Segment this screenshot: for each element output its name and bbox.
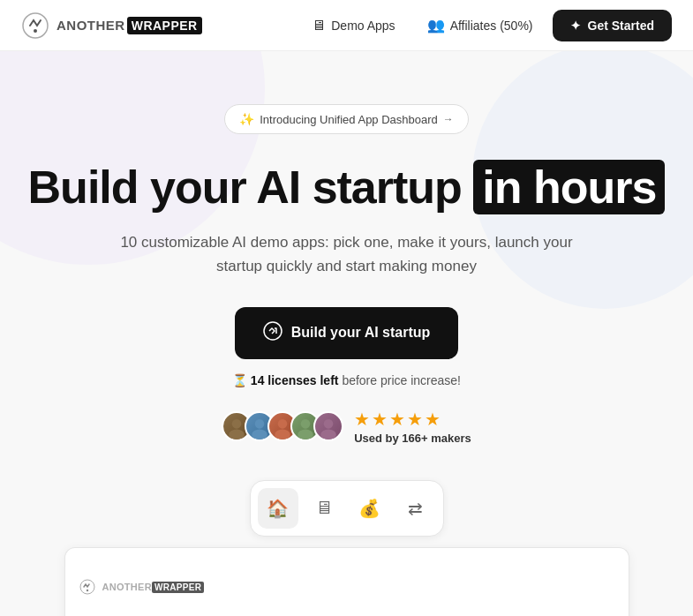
announcement-badge[interactable]: ✨ Introducing Unified App Dashboard → bbox=[224, 104, 469, 134]
preview-logo-icon bbox=[79, 579, 95, 595]
hero-content: ✨ Introducing Unified App Dashboard → Bu… bbox=[28, 104, 666, 445]
preview-logo-text: ANOTHERWRAPPER bbox=[102, 582, 205, 592]
tab-shuffle[interactable]: ⇄ bbox=[395, 488, 436, 529]
logo-icon bbox=[21, 11, 49, 40]
hero-section: ✨ Introducing Unified App Dashboard → Bu… bbox=[0, 51, 693, 471]
svg-point-10 bbox=[298, 430, 313, 440]
affiliates-label: Affiliates (50%) bbox=[450, 19, 533, 33]
hero-title-part1: Build your AI startup bbox=[28, 162, 462, 213]
svg-point-12 bbox=[320, 430, 336, 440]
star-3: ★ bbox=[389, 409, 405, 430]
licenses-count: 14 licenses left bbox=[251, 373, 339, 387]
get-started-icon: ✦ bbox=[570, 19, 581, 33]
nav-link-affiliates[interactable]: 👥 Affiliates (50%) bbox=[415, 10, 546, 41]
rating-area: ★ ★ ★ ★ ★ Used by 166+ makers bbox=[354, 409, 471, 445]
avatar-group bbox=[222, 411, 343, 441]
nav-links: 🖥 Demo Apps 👥 Affiliates (50%) ✦ Get Sta… bbox=[299, 10, 672, 41]
svg-point-2 bbox=[264, 322, 282, 340]
hero-title: Build your AI startup in hours bbox=[28, 162, 666, 213]
hourglass-icon: ⏳ bbox=[232, 373, 247, 387]
star-5: ★ bbox=[425, 409, 441, 430]
svg-point-9 bbox=[301, 419, 311, 429]
social-proof: ★ ★ ★ ★ ★ Used by 166+ makers bbox=[222, 409, 471, 445]
tab-home[interactable]: 🏠 bbox=[258, 488, 298, 529]
svg-point-11 bbox=[324, 419, 334, 429]
hero-subtitle: 10 customizable AI demo apps: pick one, … bbox=[109, 230, 585, 278]
svg-point-14 bbox=[86, 590, 87, 591]
navbar: ANOTHER WRAPPER 🖥 Demo Apps 👥 Affiliates… bbox=[0, 0, 693, 51]
sparkle-icon: ✨ bbox=[239, 112, 254, 126]
arrow-icon: → bbox=[443, 113, 454, 125]
get-started-label: Get Started bbox=[588, 19, 654, 33]
preview-section: 🏠 🖥 💰 ⇄ ANOTHERWRAPPER bbox=[0, 471, 693, 616]
svg-point-5 bbox=[255, 419, 265, 429]
cta-button-label: Build your AI startup bbox=[291, 325, 431, 341]
hero-title-highlight: in hours bbox=[473, 160, 665, 214]
svg-point-1 bbox=[34, 29, 37, 33]
used-by-text: Used by 166+ makers bbox=[354, 432, 471, 445]
svg-point-0 bbox=[23, 13, 48, 38]
licenses-info: ⏳ 14 licenses left before price increase… bbox=[232, 373, 461, 387]
logo-wrapper-text: WRAPPER bbox=[127, 17, 202, 34]
monitor-icon: 🖥 bbox=[312, 18, 326, 34]
svg-point-4 bbox=[229, 430, 245, 440]
get-started-button[interactable]: ✦ Get Started bbox=[553, 10, 672, 41]
nav-link-demo-apps[interactable]: 🖥 Demo Apps bbox=[299, 11, 407, 41]
logo-another-text: ANOTHER bbox=[56, 18, 125, 33]
star-1: ★ bbox=[354, 409, 370, 430]
preview-logo: ANOTHERWRAPPER bbox=[79, 579, 205, 595]
svg-point-8 bbox=[275, 430, 290, 440]
preview-frame: ANOTHERWRAPPER bbox=[64, 547, 629, 616]
star-4: ★ bbox=[407, 409, 423, 430]
svg-point-3 bbox=[232, 419, 242, 429]
avatar bbox=[313, 411, 343, 441]
logo[interactable]: ANOTHER WRAPPER bbox=[21, 11, 202, 40]
svg-point-7 bbox=[278, 419, 288, 429]
star-2: ★ bbox=[372, 409, 388, 430]
demo-apps-label: Demo Apps bbox=[331, 19, 395, 33]
tab-dollar[interactable]: 💰 bbox=[350, 488, 390, 529]
cta-button[interactable]: Build your AI startup bbox=[235, 307, 459, 359]
affiliates-icon: 👥 bbox=[427, 17, 445, 34]
preview-tab-bar: 🏠 🖥 💰 ⇄ bbox=[250, 480, 444, 537]
licenses-suffix: before price increase! bbox=[342, 373, 461, 387]
svg-point-6 bbox=[252, 430, 267, 440]
cta-icon bbox=[263, 321, 282, 345]
tab-desktop[interactable]: 🖥 bbox=[304, 488, 344, 529]
stars: ★ ★ ★ ★ ★ bbox=[354, 409, 471, 430]
announcement-text: Introducing Unified App Dashboard bbox=[260, 113, 438, 126]
